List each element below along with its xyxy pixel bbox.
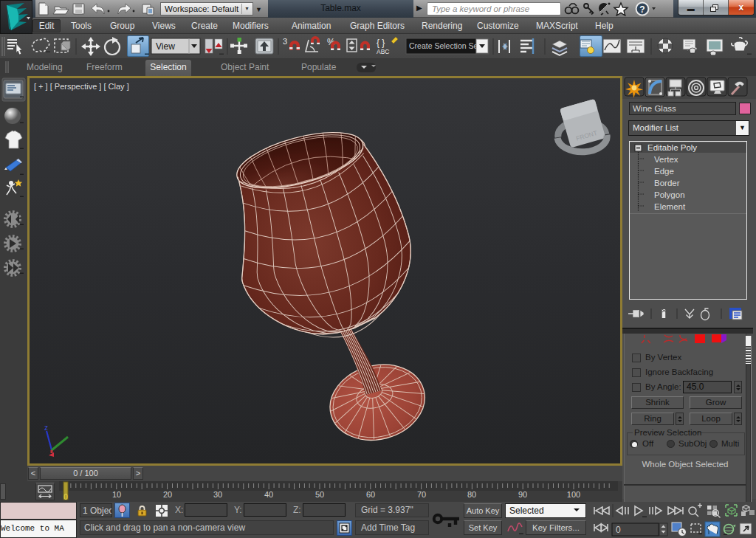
svg-text:3: 3 [283,37,287,46]
svg-text:ABC: ABC [377,48,389,55]
svg-text:80: 80 [467,490,476,499]
svg-text:50: 50 [315,490,324,499]
svg-text:{ }: { } [377,38,385,48]
svg-text:0: 0 [63,493,68,501]
svg-text:Create Selection Se: Create Selection Se [409,41,478,50]
svg-text:20: 20 [163,490,172,499]
svg-text:10: 10 [112,490,121,499]
svg-text:60: 60 [366,490,375,499]
svg-text:30: 30 [213,490,222,499]
svg-text:?: ? [639,4,645,15]
svg-text:40: 40 [264,490,273,499]
svg-text:100: 100 [567,490,580,499]
svg-text:70: 70 [417,490,426,499]
svg-text:View: View [156,41,175,52]
svg-text:90: 90 [518,490,527,499]
svg-text:0: 0 [616,525,621,535]
svg-text:z: z [44,424,48,432]
